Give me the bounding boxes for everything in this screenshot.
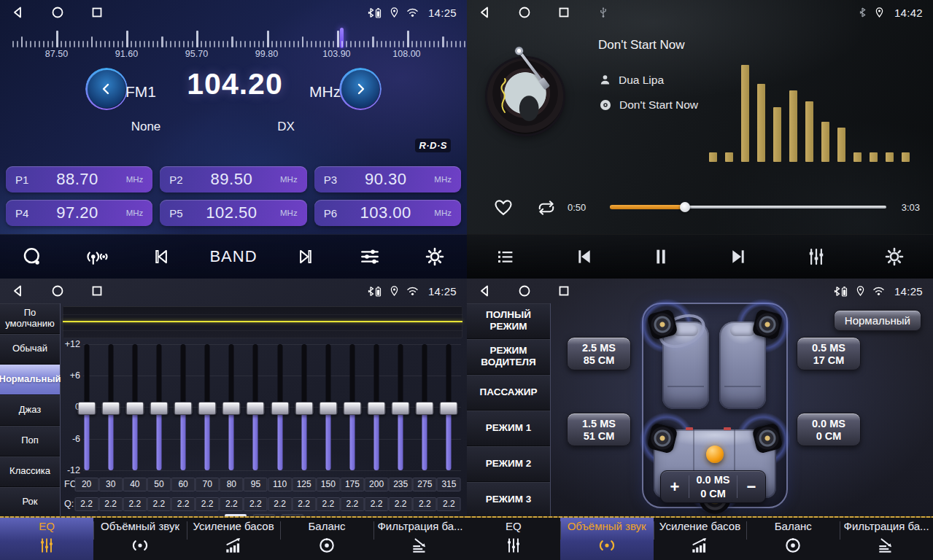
preset-button-1[interactable]: P188.70MHz [6, 166, 152, 192]
tab-balance[interactable]: Баланс [746, 518, 840, 560]
settings-gear-icon[interactable] [878, 241, 910, 273]
increase-button[interactable]: + [661, 471, 689, 502]
fc-value[interactable]: 275 [413, 478, 437, 491]
eq-preset-item[interactable]: Нормальный [0, 365, 60, 395]
equalizer-icon[interactable] [354, 241, 386, 273]
home-button[interactable] [50, 4, 66, 20]
eq-slider-thumb[interactable] [77, 402, 96, 415]
tune-up-button[interactable] [340, 69, 381, 109]
q-value[interactable]: 2.2 [437, 497, 461, 511]
eq-preset-item[interactable]: Поп [0, 426, 60, 456]
fc-value[interactable]: 50 [147, 478, 171, 491]
eq-slider-thumb[interactable] [343, 402, 361, 415]
previous-icon[interactable] [145, 241, 177, 273]
fc-value[interactable]: 125 [292, 478, 316, 491]
q-value[interactable]: 2.2 [292, 497, 316, 511]
mode-item[interactable]: РЕЖИМ 2 [467, 446, 550, 482]
rear-right-delay-button[interactable]: 0.0 MS0 CM [797, 413, 861, 446]
fc-value[interactable]: 315 [437, 478, 461, 491]
eq-slider-thumb[interactable] [125, 402, 144, 415]
eq-preset-item[interactable]: Обычай [0, 334, 60, 365]
fc-value[interactable]: 30 [98, 478, 123, 491]
mode-item[interactable]: РЕЖИМ ВОДИТЕЛЯ [467, 339, 550, 375]
q-value[interactable]: 2.2 [389, 497, 413, 511]
home-button[interactable] [50, 283, 66, 299]
q-value[interactable]: 2.2 [340, 497, 364, 511]
q-value[interactable]: 2.2 [268, 497, 292, 511]
eq-slider-thumb[interactable] [198, 402, 217, 415]
front-left-delay-button[interactable]: 2.5 MS85 CM [567, 337, 631, 370]
tab-balance[interactable]: Баланс [280, 518, 373, 560]
tab-crossover[interactable]: Фильтрация ба... [373, 518, 467, 560]
preset-button-3[interactable]: P390.30MHz [314, 166, 461, 192]
fc-value[interactable]: 150 [316, 478, 340, 491]
preset-button-4[interactable]: P497.20MHz [6, 200, 152, 226]
eq-preset-item[interactable]: По умолчанию [0, 303, 60, 334]
band-button[interactable]: BAND [209, 241, 257, 273]
eq-slider-thumb[interactable] [174, 402, 193, 415]
home-button[interactable] [516, 4, 533, 20]
fc-value[interactable]: 175 [340, 478, 364, 491]
repeat-icon[interactable] [535, 198, 557, 217]
recents-button[interactable] [89, 4, 105, 20]
preset-button-6[interactable]: P6103.00MHz [314, 200, 461, 226]
q-value[interactable]: 2.2 [244, 497, 268, 511]
rear-left-delay-button[interactable]: 1.5 MS51 CM [567, 413, 631, 446]
q-value[interactable]: 2.2 [413, 497, 437, 511]
home-button[interactable] [516, 283, 533, 299]
fc-value[interactable]: 110 [268, 478, 292, 491]
q-value[interactable]: 2.2 [74, 497, 98, 511]
eq-slider-thumb[interactable] [247, 402, 265, 415]
recents-button[interactable] [556, 4, 572, 20]
tab-bass-boost[interactable]: Усиление басов [187, 518, 280, 560]
mode-item[interactable]: ПОЛНЫЙ РЕЖИМ [467, 303, 550, 339]
eq-preset-item[interactable]: Классика [0, 456, 60, 487]
tab-surround[interactable]: Объёмный звук [93, 518, 187, 560]
tab-surround[interactable]: Объёмный звук [560, 518, 654, 560]
recents-button[interactable] [89, 283, 105, 299]
settings-gear-icon[interactable] [419, 241, 451, 273]
previous-icon[interactable] [568, 241, 600, 273]
fc-value[interactable]: 60 [171, 478, 195, 491]
front-right-delay-button[interactable]: 0.5 MS17 CM [797, 337, 861, 370]
q-value[interactable]: 2.2 [171, 497, 195, 511]
tab-eq[interactable]: EQ [467, 518, 560, 560]
decrease-button[interactable]: − [738, 471, 765, 502]
q-value[interactable]: 2.2 [365, 497, 389, 511]
eq-slider-thumb[interactable] [271, 402, 289, 415]
eq-slider-thumb[interactable] [392, 402, 410, 415]
tab-eq[interactable]: EQ [0, 518, 93, 560]
sound-profile-button[interactable]: Нормальный [834, 310, 921, 331]
eq-preset-item[interactable]: Рок [0, 487, 60, 518]
playlist-icon[interactable] [489, 241, 522, 273]
q-value[interactable]: 2.2 [123, 497, 147, 511]
fc-value[interactable]: 70 [195, 478, 220, 491]
fc-value[interactable]: 40 [123, 478, 147, 491]
seek-thumb[interactable] [680, 202, 690, 212]
eq-slider-thumb[interactable] [222, 402, 241, 415]
equalizer-icon[interactable] [800, 241, 832, 273]
tune-down-button[interactable] [86, 69, 127, 109]
pause-icon[interactable] [645, 241, 677, 273]
eq-slider-thumb[interactable] [416, 402, 434, 415]
preset-button-2[interactable]: P289.50MHz [160, 166, 306, 192]
back-button[interactable] [477, 283, 493, 299]
scan-icon[interactable] [16, 241, 48, 273]
fc-value[interactable]: 235 [389, 478, 413, 491]
fc-value[interactable]: 200 [365, 478, 389, 491]
fc-value[interactable]: 20 [74, 478, 98, 491]
listener-position-ball[interactable] [706, 446, 724, 463]
eq-preset-item[interactable]: Джаз [0, 395, 60, 426]
q-value[interactable]: 2.2 [98, 497, 123, 511]
eq-slider-thumb[interactable] [319, 402, 337, 415]
eq-slider-thumb[interactable] [295, 402, 313, 415]
recents-button[interactable] [556, 283, 572, 299]
tab-bass-boost[interactable]: Усиление басов [654, 518, 747, 560]
aps-broadcast-icon[interactable] [81, 241, 113, 273]
mode-item[interactable]: РЕЖИМ 3 [467, 482, 550, 518]
mode-item[interactable]: РЕЖИМ 1 [467, 411, 550, 446]
eq-slider-thumb[interactable] [368, 402, 386, 415]
next-icon[interactable] [723, 241, 755, 273]
favorite-heart-icon[interactable] [493, 198, 514, 217]
preset-button-5[interactable]: P5102.50MHz [160, 200, 306, 226]
